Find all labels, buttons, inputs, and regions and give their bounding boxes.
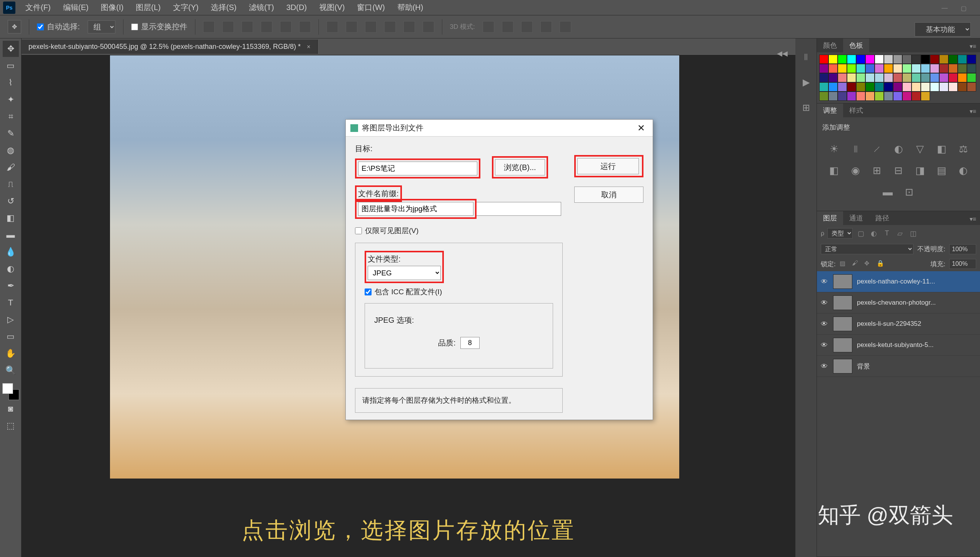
invert-icon[interactable]: ◨ [914,164,926,177]
style-tab[interactable]: 样式 [843,103,869,117]
bw-icon[interactable]: ◧ [828,164,840,177]
swatch[interactable] [912,92,921,101]
swatch[interactable] [884,92,893,101]
swatch[interactable] [884,64,893,73]
swatch[interactable] [865,82,875,92]
swatch[interactable] [948,82,958,92]
lookup-icon[interactable]: ⊟ [892,164,905,177]
swatch[interactable] [819,92,828,101]
swatch[interactable] [856,82,865,92]
swatch[interactable] [856,55,865,64]
swatch[interactable] [838,92,847,101]
swatch[interactable] [828,64,838,73]
eyedropper-tool[interactable]: ✎ [3,125,19,142]
swatch[interactable] [921,82,930,92]
layer-row[interactable]: 👁pexels-li-sun-2294352 [817,314,980,335]
include-icc-check[interactable]: 包含 ICC 配置文件(I) [365,287,553,297]
opacity-input[interactable] [949,244,976,254]
filter-adjust-icon[interactable]: ◐ [869,228,879,238]
minimize-icon[interactable]: — [942,5,953,12]
menu-3d[interactable]: 3D(D) [281,2,312,13]
swatch[interactable] [902,73,912,82]
swatch[interactable] [893,82,902,92]
swatch[interactable] [893,64,902,73]
quality-input[interactable] [460,337,480,349]
swatch[interactable] [948,73,958,82]
layer-row[interactable]: 👁pexels-nathan-cowley-11... [817,271,980,292]
color-swatches[interactable] [2,383,19,400]
vibrance-icon[interactable]: ▽ [914,143,926,155]
brush-tool[interactable]: 🖌 [3,159,19,175]
swatch[interactable] [912,64,921,73]
layer-thumb[interactable] [833,317,852,331]
visibility-icon[interactable]: 👁 [821,278,828,286]
swatch[interactable] [828,82,838,92]
swatch[interactable] [819,64,828,73]
menu-help[interactable]: 帮助(H) [392,1,429,14]
file-type-select[interactable]: JPEG [368,266,441,280]
swatch[interactable] [828,55,838,64]
gradient-map-icon[interactable]: ▬ [882,186,894,198]
layer-thumb[interactable] [833,295,852,310]
threshold-icon[interactable]: ◐ [957,164,969,177]
swatch[interactable] [856,64,865,73]
pen-tool[interactable]: ✒ [3,278,19,294]
swatch[interactable] [847,73,856,82]
screenmode-tool[interactable]: ⬚ [3,418,19,434]
visibility-icon[interactable]: 👁 [821,362,828,370]
filter-kind[interactable]: 类型 [827,228,853,238]
color-tab[interactable]: 颜色 [817,38,843,52]
swatch-tab[interactable]: 色板 [843,38,869,52]
swatch[interactable] [967,82,976,92]
menu-image[interactable]: 图像(I) [95,1,129,14]
swatch[interactable] [912,73,921,82]
workspace-select[interactable]: 基本功能 [915,22,971,37]
swatch[interactable] [884,73,893,82]
maximize-icon[interactable]: ▢ [961,5,972,12]
adjust-tab[interactable]: 调整 [817,103,843,117]
levels-icon[interactable]: ⫴ [849,143,862,155]
layer-row[interactable]: 👁pexels-chevanon-photogr... [817,292,980,314]
swatch[interactable] [902,55,912,64]
show-transform-check[interactable]: 显示变换控件 [131,22,187,32]
photo-filter-icon[interactable]: ◉ [849,164,862,177]
swatch[interactable] [958,73,967,82]
swatch[interactable] [828,73,838,82]
marquee-tool[interactable]: ▭ [3,58,19,74]
layer-thumb[interactable] [833,359,852,374]
swatch[interactable] [902,64,912,73]
swatch[interactable] [847,82,856,92]
swatch[interactable] [865,73,875,82]
gradient-tool[interactable]: ▬ [3,227,19,243]
swatch[interactable] [875,92,884,101]
swatch[interactable] [865,55,875,64]
swatch[interactable] [893,55,902,64]
swatch[interactable] [939,73,948,82]
blend-mode[interactable]: 正常 [821,244,913,254]
lock-pixel-icon[interactable]: 🖌 [852,260,860,268]
swatch[interactable] [939,55,948,64]
menu-layer[interactable]: 图层(L) [130,1,166,14]
channels-tab[interactable]: 通道 [843,211,869,225]
swatch[interactable] [875,73,884,82]
blur-tool[interactable]: 💧 [3,244,19,260]
hand-tool[interactable]: ✋ [3,345,19,362]
layer-thumb[interactable] [833,338,852,352]
curves-icon[interactable]: ⟋ [871,143,883,155]
stamp-tool[interactable]: ⎍ [3,176,19,192]
swatch[interactable] [865,92,875,101]
navigator-icon[interactable]: ▶ [799,75,813,89]
visible-only-check[interactable]: 仅限可见图层(V) [355,226,563,236]
posterize-icon[interactable]: ▤ [935,164,948,177]
menu-file[interactable]: 文件(F) [20,1,56,14]
path-select-tool[interactable]: ▷ [3,312,19,328]
dest-input[interactable] [358,162,477,175]
magic-wand-tool[interactable]: ✦ [3,92,19,108]
swatch[interactable] [856,92,865,101]
swatch[interactable] [828,92,838,101]
lock-trans-icon[interactable]: ▨ [840,260,848,268]
panel-menu-icon[interactable]: ▾≡ [966,105,980,117]
swatch[interactable] [884,55,893,64]
history-brush-tool[interactable]: ↺ [3,193,19,209]
filter-shape-icon[interactable]: ▱ [895,228,905,238]
